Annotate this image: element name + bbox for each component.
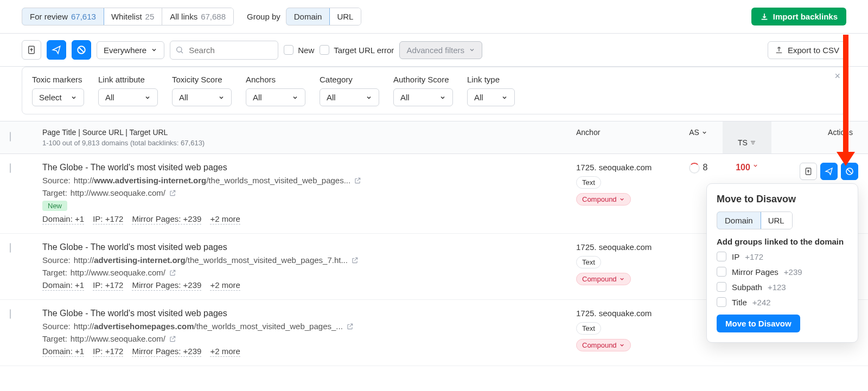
- tag-text: Text: [576, 256, 601, 268]
- tab-whitelist[interactable]: Whitelist25: [104, 8, 162, 25]
- row-whitelist-button[interactable]: [800, 163, 817, 180]
- meta-item[interactable]: Mirror Pages: +239: [132, 214, 201, 225]
- row-source[interactable]: Source: http://advertising-internet.org/…: [42, 255, 576, 265]
- tag-compound[interactable]: Compound: [576, 273, 631, 285]
- tag-compound[interactable]: Compound: [576, 339, 631, 351]
- row-target[interactable]: Target: http://www.seoquake.com/: [42, 334, 576, 343]
- row-source[interactable]: Source: http://www.advertising-internet.…: [42, 176, 576, 185]
- disavow-icon-button[interactable]: [72, 40, 91, 60]
- th-ts[interactable]: TS: [723, 121, 771, 153]
- th-anchor[interactable]: Anchor: [576, 128, 674, 137]
- external-link-icon[interactable]: [354, 177, 361, 184]
- upload-icon: [775, 46, 783, 54]
- search-input[interactable]: [170, 41, 278, 60]
- chevron-down-icon: [501, 94, 508, 101]
- search-wrap: [170, 41, 278, 60]
- filter-value: All: [105, 93, 114, 102]
- popup-group-checkbox[interactable]: IP+172: [717, 252, 848, 261]
- annotation-arrow: [843, 35, 848, 154]
- row-checkbox[interactable]: [10, 309, 11, 319]
- export-button[interactable]: Export to CSV: [768, 41, 846, 59]
- source-label: Source:: [42, 176, 71, 185]
- meta-item[interactable]: +2 more: [210, 347, 240, 357]
- th-as[interactable]: AS: [674, 128, 723, 137]
- group-by-url[interactable]: URL: [329, 8, 361, 25]
- popup-group-checkbox[interactable]: Title+242: [717, 297, 848, 307]
- row-title: The Globe - The world's most visited web…: [42, 163, 576, 172]
- row-target[interactable]: Target: http://www.seoquake.com/: [42, 188, 576, 197]
- row-checkbox[interactable]: [10, 243, 11, 253]
- popup-group-checkbox[interactable]: Mirror Pages+239: [717, 267, 848, 277]
- chevron-down-icon: [366, 94, 372, 101]
- filter-label: Authority Score: [393, 75, 453, 84]
- as-value: 8: [703, 163, 708, 172]
- popup-tab-url[interactable]: URL: [761, 212, 792, 229]
- filter-toxicity-score[interactable]: All: [172, 88, 232, 106]
- external-link-icon[interactable]: [169, 189, 176, 197]
- external-link-icon[interactable]: [169, 269, 176, 277]
- chevron-down-icon: [71, 94, 77, 101]
- filter-authority-score[interactable]: All: [393, 88, 453, 106]
- button-label: Export to CSV: [788, 46, 839, 55]
- filters-panel: × Toxic markersSelect Link attributeAll …: [22, 67, 846, 114]
- filter-label: Link type: [467, 75, 515, 84]
- meta-item[interactable]: IP: +172: [93, 214, 123, 225]
- external-link-icon[interactable]: [351, 257, 359, 264]
- meta-item[interactable]: Mirror Pages: +239: [132, 347, 201, 357]
- meta-item[interactable]: +2 more: [210, 280, 240, 291]
- chevron-down-icon: [151, 47, 157, 53]
- group-by-label: Group by: [247, 12, 280, 21]
- close-filters-button[interactable]: ×: [834, 70, 840, 82]
- row-target[interactable]: Target: http://www.seoquake.com/: [42, 268, 576, 277]
- chevron-down-icon: [218, 94, 225, 101]
- checkbox-icon: [717, 282, 726, 292]
- cell-anchor: 1725. seoquake.com Text Compound: [576, 242, 674, 291]
- th-title: Page Title | Source URL | Target URL: [42, 128, 576, 137]
- tab-all-links[interactable]: All links67,688: [162, 8, 233, 25]
- whitelist-icon-button[interactable]: [22, 40, 41, 60]
- tab-for-review[interactable]: For review67,613: [22, 8, 104, 25]
- filter-link-type[interactable]: All: [467, 88, 515, 106]
- meta-item[interactable]: Domain: +1: [42, 280, 84, 291]
- chevron-down-icon: [701, 130, 707, 136]
- popup-group-checkbox[interactable]: Subpath+123: [717, 282, 848, 292]
- source-url: http://advertising-internet.org/the_worl…: [74, 255, 348, 265]
- meta-item[interactable]: Domain: +1: [42, 214, 84, 225]
- block-icon: [76, 45, 86, 55]
- new-checkbox[interactable]: New: [284, 45, 314, 55]
- search-icon: [175, 46, 184, 54]
- send-icon-button[interactable]: [47, 40, 66, 60]
- external-link-icon[interactable]: [346, 323, 354, 330]
- popup-tab-domain[interactable]: Domain: [717, 211, 761, 229]
- meta-item[interactable]: Mirror Pages: +239: [132, 280, 201, 291]
- row-checkbox[interactable]: [10, 163, 11, 173]
- meta-item[interactable]: IP: +172: [93, 280, 123, 291]
- filter-anchors[interactable]: All: [246, 88, 305, 106]
- filter-toxic-markers[interactable]: Select: [32, 88, 84, 106]
- filter-label: Anchors: [246, 75, 305, 84]
- group-count: +242: [752, 298, 771, 307]
- tag-compound[interactable]: Compound: [576, 193, 631, 206]
- import-backlinks-button[interactable]: Import backlinks: [751, 8, 846, 25]
- row-source[interactable]: Source: http://advertisehomepages.com/th…: [42, 322, 576, 331]
- button-label: Advanced filters: [406, 46, 464, 55]
- top-bar: For review67,613 Whitelist25 All links67…: [0, 0, 868, 34]
- select-all-checkbox[interactable]: [10, 132, 11, 142]
- meta-item[interactable]: Domain: +1: [42, 347, 84, 357]
- move-to-disavow-button[interactable]: Move to Disavow: [717, 315, 800, 332]
- filter-category[interactable]: All: [320, 88, 379, 106]
- external-link-icon[interactable]: [169, 335, 176, 343]
- advanced-filters-button[interactable]: Advanced filters: [399, 41, 482, 59]
- scope-dropdown[interactable]: Everywhere: [97, 41, 164, 59]
- meta-item[interactable]: IP: +172: [93, 347, 123, 357]
- row-send-button[interactable]: [820, 163, 838, 180]
- group-name: Title: [732, 298, 747, 307]
- filter-value: All: [400, 93, 410, 102]
- target-label: Target:: [42, 188, 67, 197]
- group-by-domain[interactable]: Domain: [286, 8, 330, 25]
- group-count: +172: [745, 252, 763, 261]
- target-url-error-checkbox[interactable]: Target URL error: [320, 45, 394, 55]
- meta-item[interactable]: +2 more: [210, 214, 240, 225]
- filter-value: All: [179, 93, 188, 102]
- filter-link-attribute[interactable]: All: [98, 88, 158, 106]
